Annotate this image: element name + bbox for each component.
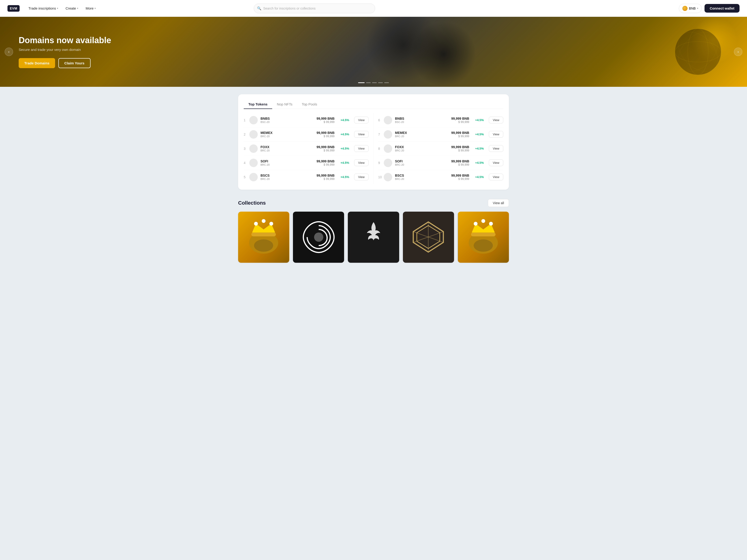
token-tag: BRC-20 [260, 178, 316, 180]
token-price: 99,999 BNB $ 99,999 [316, 117, 335, 124]
token-avatar [384, 144, 392, 153]
token-price: 99,999 BNB $ 99,999 [451, 131, 469, 138]
table-row: 6 BNBS BSC-20 99,999 BNB $ 99,999 +4.5% … [378, 113, 503, 127]
svg-rect-7 [251, 232, 276, 236]
hero-pagination [358, 82, 389, 83]
logo[interactable]: EVM [7, 5, 20, 12]
table-row: 4 SOFI BRC-20 99,999 BNB $ 99,999 +4.5% … [244, 156, 368, 170]
list-item[interactable] [238, 212, 289, 263]
header-right: BNB ▾ Connect wallet [679, 4, 740, 13]
svg-point-25 [474, 222, 478, 225]
collection-image [458, 212, 509, 263]
token-name: BNBS [395, 117, 451, 121]
token-price-bnb: 99,999 BNB [451, 145, 469, 149]
nav-trade-inscriptions[interactable]: Trade inscriptions ▾ [25, 4, 61, 12]
view-all-button[interactable]: View all [488, 199, 509, 207]
tab-top-tokens[interactable]: Top Tokens [244, 100, 272, 109]
token-view-button[interactable]: View [354, 159, 368, 166]
token-info: MEMEX BRC-20 [260, 131, 316, 138]
svg-line-17 [428, 232, 443, 237]
list-item[interactable] [458, 212, 509, 263]
token-view-button[interactable]: View [489, 159, 503, 166]
token-name: MEMEX [260, 131, 316, 135]
collection-image [238, 212, 289, 263]
token-view-button[interactable]: View [354, 145, 368, 152]
token-price-bnb: 99,999 BNB [316, 145, 335, 149]
token-price: 99,999 BNB $ 99,999 [451, 145, 469, 152]
svg-line-20 [428, 237, 443, 242]
token-rank: 4 [244, 161, 249, 165]
token-view-button[interactable]: View [354, 117, 368, 124]
hero-buttons: Trade Domains Claim Yours [19, 58, 111, 68]
hero-dot-5[interactable] [384, 82, 389, 83]
token-price-bnb: 99,999 BNB [451, 117, 469, 121]
token-view-button[interactable]: View [489, 117, 503, 124]
token-name: BNBS [260, 117, 316, 121]
hero-dot-4[interactable] [378, 82, 383, 83]
token-avatar [249, 116, 258, 124]
hero-blur-2 [411, 22, 476, 87]
token-view-button[interactable]: View [489, 131, 503, 138]
claim-yours-button[interactable]: Claim Yours [58, 58, 91, 68]
token-view-button[interactable]: View [489, 174, 503, 180]
token-tag: BSC-20 [260, 121, 316, 124]
token-info: BNBS BSC-20 [395, 117, 451, 124]
token-name: FOXX [395, 145, 451, 149]
token-view-button[interactable]: View [354, 131, 368, 138]
tokens-grid: 1 BNBS BSC-20 99,999 BNB $ 99,999 +4.5% … [244, 113, 503, 184]
search-wrapper: 🔍 [254, 3, 375, 13]
list-item[interactable] [403, 212, 454, 263]
token-change: +4.5% [473, 133, 486, 136]
hero-dot-2[interactable] [366, 82, 371, 83]
hero-title: Domains now available [19, 35, 111, 45]
connect-wallet-button[interactable]: Connect wallet [704, 4, 740, 12]
hero-subtitle: Secure and trade your very own domain [19, 48, 111, 52]
token-price-usd: $ 99,999 [316, 177, 335, 181]
hero-dot-3[interactable] [372, 82, 377, 83]
token-rank: 10 [378, 175, 384, 179]
tokens-col-right: 6 BNBS BSC-20 99,999 BNB $ 99,999 +4.5% … [374, 113, 503, 184]
token-rank: 1 [244, 118, 249, 122]
collections-title: Collections [238, 200, 266, 206]
svg-line-16 [413, 232, 428, 237]
token-price: 99,999 BNB $ 99,999 [451, 174, 469, 181]
hero-dot-1[interactable] [358, 82, 365, 83]
search-icon: 🔍 [257, 6, 261, 10]
nav-more[interactable]: More ▾ [82, 4, 99, 12]
token-price: 99,999 BNB $ 99,999 [451, 159, 469, 166]
network-icon [682, 6, 688, 11]
trade-domains-button[interactable]: Trade Domains [19, 58, 55, 68]
token-view-button[interactable]: View [354, 174, 368, 180]
token-info: MEMEX BRC-20 [395, 131, 451, 138]
nav-create[interactable]: Create ▾ [62, 4, 81, 12]
token-tag: BRC-20 [395, 149, 451, 152]
token-price: 99,999 BNB $ 99,999 [316, 174, 335, 181]
token-name: BSCS [395, 174, 451, 177]
token-tag: BRC-20 [260, 135, 316, 138]
svg-point-27 [489, 222, 493, 225]
list-item[interactable] [348, 212, 399, 263]
search-input[interactable] [254, 3, 375, 13]
token-avatar [384, 116, 392, 124]
token-change: +4.5% [473, 161, 486, 164]
svg-point-11 [269, 222, 273, 225]
token-change: +4.5% [338, 133, 351, 136]
tokens-table-card: Top Tokens Nop NFTs Top Pools 1 BNBS BSC… [238, 94, 509, 190]
tab-nop-nfts[interactable]: Nop NFTs [272, 100, 297, 109]
token-change: +4.5% [473, 147, 486, 150]
token-name: BSCS [260, 174, 316, 177]
list-item[interactable] [293, 212, 344, 263]
token-change: +4.5% [338, 175, 351, 179]
token-name: SOFI [395, 159, 451, 163]
tab-top-pools[interactable]: Top Pools [297, 100, 322, 109]
token-rank: 5 [244, 175, 249, 179]
hero-next-button[interactable]: › [734, 48, 742, 56]
svg-point-13 [314, 232, 323, 241]
token-avatar [249, 173, 258, 181]
token-change: +4.5% [338, 118, 351, 122]
token-price-usd: $ 99,999 [316, 163, 335, 166]
token-view-button[interactable]: View [489, 145, 503, 152]
network-selector[interactable]: BNB ▾ [679, 4, 702, 13]
hero-prev-button[interactable]: ‹ [5, 48, 13, 56]
token-price-usd: $ 99,999 [451, 149, 469, 152]
